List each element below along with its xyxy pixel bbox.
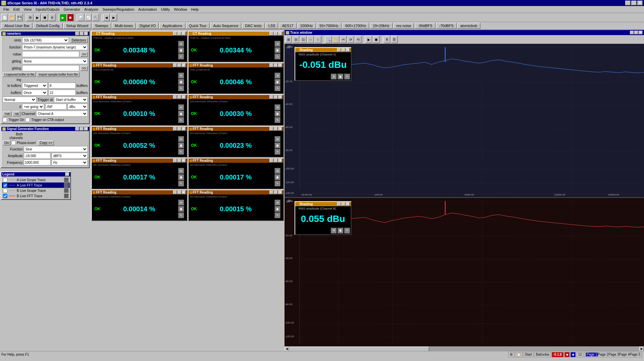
fft-sidebtn3-b-3[interactable]: ✎ [274,149,280,155]
fft-max-a-2[interactable]: □ [177,95,181,99]
weighting2-btn[interactable]: >> [80,66,88,71]
maximize-button[interactable]: □ [631,1,637,5]
siggen-minimize[interactable]: _ [75,127,79,131]
fft-min-a-5[interactable]: _ [173,191,177,194]
reading-b-sidebtn3[interactable]: ✎ [344,228,350,234]
fft-sidebtn1-a-3[interactable]: ⚙ [178,136,184,142]
nav-600-1700hz[interactable]: 600+1700Hz [342,23,369,29]
trace-close[interactable]: ✕ [639,31,643,34]
page-3[interactable]: Page 3 [609,353,619,356]
trace-tb-4[interactable]: ↔ [307,36,314,43]
toolbar-open[interactable]: 📂 [9,14,15,21]
nav-19-20khz[interactable]: 19+20kHz [370,23,393,29]
fft-sidebtn3-a-1[interactable]: ✎ [178,85,184,91]
menu-analyzer[interactable]: Analyzer [82,7,100,12]
fft-sidebtn3-b-4[interactable]: ✎ [274,180,280,187]
fft-sidebtn3-a-4[interactable]: ✎ [178,180,184,187]
menu-automation[interactable]: Automation [136,7,159,12]
fft-max-a-3[interactable]: □ [177,127,181,131]
fft-min-a-4[interactable]: _ [173,159,177,162]
fft-min-b-3[interactable]: _ [269,127,273,131]
id-going-select[interactable]: +ve going [22,104,44,110]
close-button[interactable]: ✕ [637,1,643,5]
legend-icon-a-scope[interactable] [64,177,69,182]
ct-sidebtn2-a-0[interactable]: 📋 [178,47,184,53]
function-select[interactable]: Sine [24,146,88,152]
nav-res-noise[interactable]: res noise [393,23,414,29]
fft-sidebtn2-a-4[interactable]: 📋 [178,174,184,180]
legend-icon-a-fft[interactable] [64,183,69,188]
nav-about-user-bar[interactable]: About User Bar [1,23,32,29]
fft-close-b-1[interactable]: ✕ [278,64,282,67]
fft-sidebtn1-b-4[interactable]: ⚙ [274,168,280,174]
fft-max-b-2[interactable]: □ [274,95,278,99]
toolbar-btn2[interactable]: ▶ [34,14,41,21]
fft-close-b-2[interactable]: ✕ [278,95,282,99]
frequency-unit-select[interactable]: Hz [52,159,88,165]
weighting-select[interactable]: None [22,58,88,64]
reading-popup-a-close[interactable]: ✕ [346,48,350,52]
buffers-mode-select[interactable]: Triggered [22,83,48,89]
nav-setup-wizard[interactable]: Setup Wizard [63,23,91,29]
minimize-button[interactable]: _ [625,1,631,5]
fft-sidebtn3-b-5[interactable]: ✎ [274,212,280,218]
plus-ve-button[interactable]: +ve [3,111,11,116]
chart-a[interactable]: dBu 0.0 -20.00 -40.00 -60.00 -80.00 -100… [285,44,644,198]
scroll-track[interactable] [289,347,639,351]
fft-close-a-2[interactable]: ✕ [182,95,186,99]
nav-digital-io[interactable]: Digital I/O [137,23,159,29]
nav-quick-tour[interactable]: Quick Tour [186,23,210,29]
reading-popup-b-close[interactable]: ✕ [346,202,350,206]
trace-tb-1[interactable]: ⊞ [285,36,292,43]
nav-atomicbob[interactable]: atomicbob [457,23,480,29]
fft-sidebtn2-b-4[interactable]: 📋 [274,174,280,180]
fft-sidebtn3-a-5[interactable]: ✎ [178,212,184,218]
page-4[interactable]: Page 4 [619,353,630,356]
trace-tb-14[interactable]: B [391,36,398,43]
buffers-count[interactable] [49,83,75,89]
toolbar-stop[interactable]: ⏹ [67,14,74,21]
legend-check-a-fft[interactable] [3,183,7,188]
ct-max-a-0[interactable]: □ [177,32,181,35]
trace-tb-8[interactable]: ✂ [340,36,347,43]
fft-close-b-4[interactable]: ✕ [278,159,282,162]
fft-sidebtn3-b-1[interactable]: ✎ [274,85,280,91]
reading-b-sidebtn1[interactable]: ⚙ [331,228,337,234]
weighting2-input[interactable] [22,65,79,71]
post-buffers-count[interactable] [49,90,75,96]
trace-tb-6[interactable]: 🔍 [325,36,332,43]
x-scrollbar[interactable]: ◀ ▶ [285,346,644,351]
page-2[interactable]: Page 2 [598,353,609,356]
trigger-cta-checkbox[interactable] [25,118,30,122]
reading-a-sidebtn2[interactable]: 📋 [337,74,343,80]
toolbar-chart2[interactable]: 📈 [85,14,92,21]
menu-generator[interactable]: Generator [62,7,82,12]
export-buffer-button[interactable]: t captured buffer to file [3,72,36,77]
fft-sidebtn2-a-3[interactable]: 📋 [178,142,184,148]
toolbar-btn1[interactable]: ⚙ [27,14,33,21]
trace-tb-3[interactable]: ⊡ [300,36,307,43]
function-select[interactable]: Prism-7 (maximum dynamic range) [22,44,88,50]
fft-max-b-3[interactable]: □ [274,127,278,131]
legend-check-b-scope[interactable] [3,189,7,193]
fft-max-a-4[interactable]: □ [177,159,181,162]
fft-min-b-2[interactable]: _ [269,95,273,99]
fft-sidebtn3-b-2[interactable]: ✎ [274,117,280,123]
fft-sidebtn3-a-2[interactable]: ✎ [178,117,184,123]
fft-sidebtn1-b-3[interactable]: ⚙ [274,136,280,142]
toolbar-extra1[interactable]: ◀ [103,14,110,21]
fft-min-a-1[interactable]: _ [173,64,177,67]
trace-tb-9[interactable]: ⟳ [347,36,354,43]
toolbar-save[interactable]: 💾 [16,14,23,21]
trace-tb-11[interactable]: ▶ [366,36,372,43]
fft-close-a-5[interactable]: ✕ [182,191,186,194]
reading-b-sidebtn2[interactable]: 📋 [337,228,343,234]
copy-button[interactable]: Copy >> [38,140,54,145]
window-input[interactable] [22,51,79,57]
nav-applications[interactable]: Applications [159,23,185,29]
fft-close-a-1[interactable]: ✕ [182,64,186,67]
toolbar-new[interactable]: 📄 [1,14,8,21]
menu-window[interactable]: Window [172,7,189,12]
fft-min-b-4[interactable]: _ [269,159,273,162]
fft-close-a-3[interactable]: ✕ [182,127,186,131]
